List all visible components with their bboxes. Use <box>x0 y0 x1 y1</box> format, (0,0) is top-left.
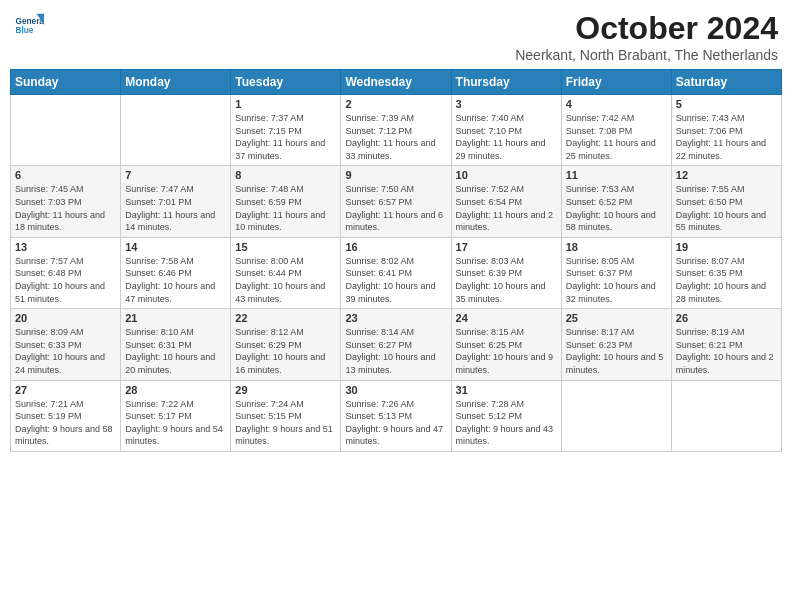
calendar-week-row: 13Sunrise: 7:57 AMSunset: 6:48 PMDayligh… <box>11 237 782 308</box>
day-info: Sunrise: 7:21 AMSunset: 5:19 PMDaylight:… <box>15 398 116 448</box>
day-number: 7 <box>125 169 226 181</box>
svg-text:Blue: Blue <box>16 26 34 35</box>
day-number: 29 <box>235 384 336 396</box>
day-info: Sunrise: 8:02 AMSunset: 6:41 PMDaylight:… <box>345 255 446 305</box>
calendar-cell: 15Sunrise: 8:00 AMSunset: 6:44 PMDayligh… <box>231 237 341 308</box>
calendar-cell: 14Sunrise: 7:58 AMSunset: 6:46 PMDayligh… <box>121 237 231 308</box>
calendar-week-row: 6Sunrise: 7:45 AMSunset: 7:03 PMDaylight… <box>11 166 782 237</box>
day-info: Sunrise: 7:58 AMSunset: 6:46 PMDaylight:… <box>125 255 226 305</box>
day-number: 17 <box>456 241 557 253</box>
day-number: 6 <box>15 169 116 181</box>
calendar-cell: 5Sunrise: 7:43 AMSunset: 7:06 PMDaylight… <box>671 95 781 166</box>
day-info: Sunrise: 7:48 AMSunset: 6:59 PMDaylight:… <box>235 183 336 233</box>
calendar-cell: 9Sunrise: 7:50 AMSunset: 6:57 PMDaylight… <box>341 166 451 237</box>
calendar-cell: 27Sunrise: 7:21 AMSunset: 5:19 PMDayligh… <box>11 380 121 451</box>
calendar-week-row: 27Sunrise: 7:21 AMSunset: 5:19 PMDayligh… <box>11 380 782 451</box>
day-number: 15 <box>235 241 336 253</box>
day-number: 24 <box>456 312 557 324</box>
day-info: Sunrise: 8:15 AMSunset: 6:25 PMDaylight:… <box>456 326 557 376</box>
calendar-cell: 22Sunrise: 8:12 AMSunset: 6:29 PMDayligh… <box>231 309 341 380</box>
day-info: Sunrise: 8:05 AMSunset: 6:37 PMDaylight:… <box>566 255 667 305</box>
day-number: 30 <box>345 384 446 396</box>
day-number: 21 <box>125 312 226 324</box>
day-info: Sunrise: 8:10 AMSunset: 6:31 PMDaylight:… <box>125 326 226 376</box>
calendar-header-row: SundayMondayTuesdayWednesdayThursdayFrid… <box>11 70 782 95</box>
weekday-header: Wednesday <box>341 70 451 95</box>
calendar-cell: 18Sunrise: 8:05 AMSunset: 6:37 PMDayligh… <box>561 237 671 308</box>
day-info: Sunrise: 7:52 AMSunset: 6:54 PMDaylight:… <box>456 183 557 233</box>
day-number: 13 <box>15 241 116 253</box>
calendar-cell: 1Sunrise: 7:37 AMSunset: 7:15 PMDaylight… <box>231 95 341 166</box>
day-info: Sunrise: 7:39 AMSunset: 7:12 PMDaylight:… <box>345 112 446 162</box>
calendar-cell: 29Sunrise: 7:24 AMSunset: 5:15 PMDayligh… <box>231 380 341 451</box>
calendar-cell: 24Sunrise: 8:15 AMSunset: 6:25 PMDayligh… <box>451 309 561 380</box>
day-number: 26 <box>676 312 777 324</box>
day-number: 25 <box>566 312 667 324</box>
day-number: 31 <box>456 384 557 396</box>
calendar-week-row: 20Sunrise: 8:09 AMSunset: 6:33 PMDayligh… <box>11 309 782 380</box>
day-number: 3 <box>456 98 557 110</box>
calendar-cell: 10Sunrise: 7:52 AMSunset: 6:54 PMDayligh… <box>451 166 561 237</box>
day-info: Sunrise: 7:28 AMSunset: 5:12 PMDaylight:… <box>456 398 557 448</box>
calendar-cell: 6Sunrise: 7:45 AMSunset: 7:03 PMDaylight… <box>11 166 121 237</box>
day-info: Sunrise: 8:19 AMSunset: 6:21 PMDaylight:… <box>676 326 777 376</box>
calendar-cell: 25Sunrise: 8:17 AMSunset: 6:23 PMDayligh… <box>561 309 671 380</box>
day-number: 1 <box>235 98 336 110</box>
calendar-cell: 26Sunrise: 8:19 AMSunset: 6:21 PMDayligh… <box>671 309 781 380</box>
day-number: 23 <box>345 312 446 324</box>
day-number: 8 <box>235 169 336 181</box>
location-subtitle: Neerkant, North Brabant, The Netherlands <box>515 47 778 63</box>
day-number: 16 <box>345 241 446 253</box>
calendar-cell: 7Sunrise: 7:47 AMSunset: 7:01 PMDaylight… <box>121 166 231 237</box>
calendar-table: SundayMondayTuesdayWednesdayThursdayFrid… <box>10 69 782 452</box>
calendar-cell <box>121 95 231 166</box>
day-number: 5 <box>676 98 777 110</box>
calendar-week-row: 1Sunrise: 7:37 AMSunset: 7:15 PMDaylight… <box>11 95 782 166</box>
logo-icon: General Blue <box>14 10 44 40</box>
day-number: 9 <box>345 169 446 181</box>
day-info: Sunrise: 8:03 AMSunset: 6:39 PMDaylight:… <box>456 255 557 305</box>
day-info: Sunrise: 8:12 AMSunset: 6:29 PMDaylight:… <box>235 326 336 376</box>
day-info: Sunrise: 7:47 AMSunset: 7:01 PMDaylight:… <box>125 183 226 233</box>
day-number: 10 <box>456 169 557 181</box>
day-info: Sunrise: 7:24 AMSunset: 5:15 PMDaylight:… <box>235 398 336 448</box>
day-info: Sunrise: 7:43 AMSunset: 7:06 PMDaylight:… <box>676 112 777 162</box>
day-info: Sunrise: 7:40 AMSunset: 7:10 PMDaylight:… <box>456 112 557 162</box>
day-number: 11 <box>566 169 667 181</box>
day-info: Sunrise: 7:50 AMSunset: 6:57 PMDaylight:… <box>345 183 446 233</box>
day-info: Sunrise: 7:55 AMSunset: 6:50 PMDaylight:… <box>676 183 777 233</box>
day-number: 27 <box>15 384 116 396</box>
calendar-cell: 3Sunrise: 7:40 AMSunset: 7:10 PMDaylight… <box>451 95 561 166</box>
calendar-cell: 23Sunrise: 8:14 AMSunset: 6:27 PMDayligh… <box>341 309 451 380</box>
calendar-cell: 28Sunrise: 7:22 AMSunset: 5:17 PMDayligh… <box>121 380 231 451</box>
calendar-cell: 30Sunrise: 7:26 AMSunset: 5:13 PMDayligh… <box>341 380 451 451</box>
day-info: Sunrise: 7:37 AMSunset: 7:15 PMDaylight:… <box>235 112 336 162</box>
weekday-header: Thursday <box>451 70 561 95</box>
day-number: 4 <box>566 98 667 110</box>
calendar-cell: 11Sunrise: 7:53 AMSunset: 6:52 PMDayligh… <box>561 166 671 237</box>
calendar-cell: 20Sunrise: 8:09 AMSunset: 6:33 PMDayligh… <box>11 309 121 380</box>
day-number: 22 <box>235 312 336 324</box>
day-info: Sunrise: 8:09 AMSunset: 6:33 PMDaylight:… <box>15 326 116 376</box>
weekday-header: Friday <box>561 70 671 95</box>
day-number: 18 <box>566 241 667 253</box>
day-info: Sunrise: 7:45 AMSunset: 7:03 PMDaylight:… <box>15 183 116 233</box>
weekday-header: Saturday <box>671 70 781 95</box>
logo: General Blue <box>14 10 46 40</box>
calendar-cell: 13Sunrise: 7:57 AMSunset: 6:48 PMDayligh… <box>11 237 121 308</box>
calendar-cell: 16Sunrise: 8:02 AMSunset: 6:41 PMDayligh… <box>341 237 451 308</box>
weekday-header: Sunday <box>11 70 121 95</box>
calendar-cell: 8Sunrise: 7:48 AMSunset: 6:59 PMDaylight… <box>231 166 341 237</box>
day-info: Sunrise: 8:14 AMSunset: 6:27 PMDaylight:… <box>345 326 446 376</box>
day-info: Sunrise: 7:26 AMSunset: 5:13 PMDaylight:… <box>345 398 446 448</box>
day-info: Sunrise: 7:42 AMSunset: 7:08 PMDaylight:… <box>566 112 667 162</box>
calendar-cell <box>671 380 781 451</box>
day-number: 28 <box>125 384 226 396</box>
day-info: Sunrise: 8:17 AMSunset: 6:23 PMDaylight:… <box>566 326 667 376</box>
calendar-cell: 31Sunrise: 7:28 AMSunset: 5:12 PMDayligh… <box>451 380 561 451</box>
calendar-cell: 12Sunrise: 7:55 AMSunset: 6:50 PMDayligh… <box>671 166 781 237</box>
calendar-cell <box>11 95 121 166</box>
calendar-cell: 2Sunrise: 7:39 AMSunset: 7:12 PMDaylight… <box>341 95 451 166</box>
day-info: Sunrise: 7:22 AMSunset: 5:17 PMDaylight:… <box>125 398 226 448</box>
weekday-header: Monday <box>121 70 231 95</box>
